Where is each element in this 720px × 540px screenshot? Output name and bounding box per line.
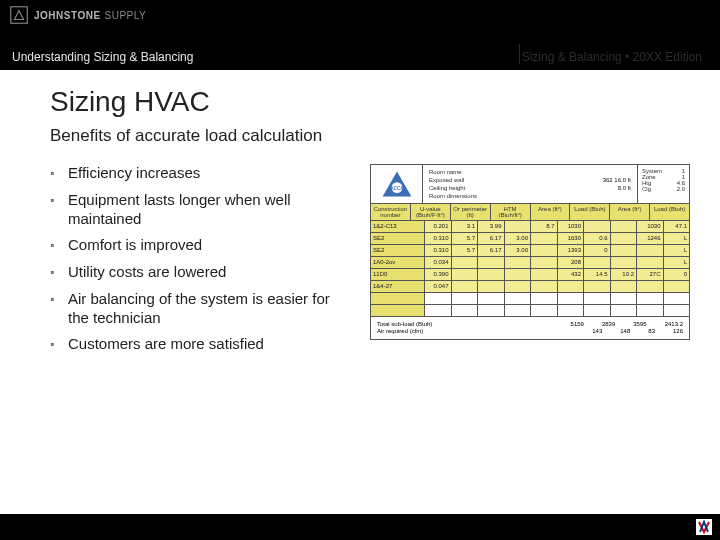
table-row — [371, 305, 689, 316]
list-item: Customers are more satisfied — [50, 335, 350, 354]
content-area: Sizing HVAC Benefits of accurate load ca… — [50, 86, 696, 362]
slide: JOHNSTONE SUPPLY Understanding Sizing & … — [0, 0, 720, 540]
header-band: JOHNSTONE SUPPLY Understanding Sizing & … — [0, 0, 720, 70]
footer-bar — [0, 514, 720, 540]
worksheet-image: ACCA Room name Exposed wall362 16.0 ft C… — [370, 164, 690, 340]
page-subtitle: Benefits of accurate load calculation — [50, 126, 696, 146]
list-item: Efficiency increases — [50, 164, 350, 183]
footer-logo-icon — [696, 519, 712, 535]
table-row: 1&4-270.047 — [371, 281, 689, 293]
table-row: 1A0-2ov0.034208L — [371, 257, 689, 269]
brand-name: JOHNSTONE SUPPLY — [34, 10, 146, 21]
brand-logo-icon — [10, 6, 28, 24]
body-row: Efficiency increases Equipment lasts lon… — [50, 164, 696, 362]
worksheet-footer: Total sub-load (Btuh) 5159 2839 3595 241… — [371, 316, 689, 339]
worksheet-column-headers: Construction number U-value (Btuh/F·ft²)… — [371, 204, 689, 221]
page-title: Sizing HVAC — [50, 86, 696, 118]
list-item: Air balancing of the system is easier fo… — [50, 290, 350, 328]
svg-text:ACCA: ACCA — [390, 186, 404, 191]
table-row: 1&2-C130.2013.13.998.71030 103047.1 — [371, 221, 689, 233]
list-item: Utility costs are lowered — [50, 263, 350, 282]
list-item: Comfort is improved — [50, 236, 350, 255]
worksheet-grid: 1&2-C130.2013.13.998.71030 103047.1SE20.… — [371, 221, 689, 316]
header-divider — [519, 44, 520, 64]
worksheet-header-labels: Room name Exposed wall362 16.0 ft Ceilin… — [423, 165, 637, 203]
table-row: SE20.3105.76.173.0013930L — [371, 245, 689, 257]
table-row: 11D00.39043214.510.227C0 — [371, 269, 689, 281]
bullet-list: Efficiency increases Equipment lasts lon… — [50, 164, 350, 362]
list-item: Equipment lasts longer when well maintai… — [50, 191, 350, 229]
acca-logo-icon: ACCA — [371, 165, 423, 203]
table-row — [371, 293, 689, 305]
svg-rect-0 — [11, 7, 28, 24]
worksheet-corner-box: System1 Zone1 Htg4.6 Clg2.0 — [637, 165, 689, 203]
header-right-label: Sizing & Balancing • 20XX Edition — [522, 50, 702, 64]
breadcrumb: Understanding Sizing & Balancing — [12, 50, 193, 64]
brand: JOHNSTONE SUPPLY — [10, 6, 146, 24]
table-row: SE20.3105.76.173.0016300.61246L — [371, 233, 689, 245]
